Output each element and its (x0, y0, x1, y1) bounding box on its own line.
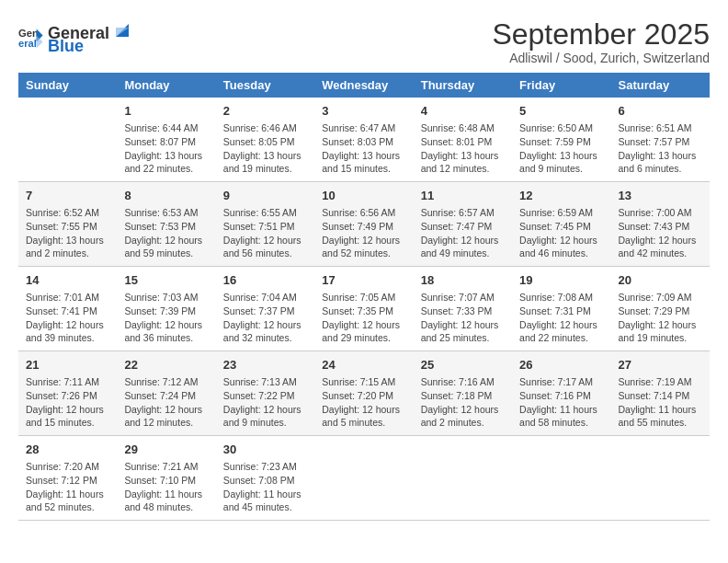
cell-week2-day3: 9Sunrise: 6:55 AMSunset: 7:51 PMDaylight… (216, 182, 314, 267)
cell-line: and 6 minutes. (619, 162, 702, 176)
cell-line: Sunrise: 7:01 AM (26, 291, 109, 304)
cell-week4-day6: 26Sunrise: 7:17 AMSunset: 7:16 PMDayligh… (512, 351, 610, 436)
week-row-2: 7Sunrise: 6:52 AMSunset: 7:55 PMDaylight… (18, 182, 710, 267)
cell-line: and 52 minutes. (26, 500, 109, 514)
cell-line: Sunset: 7:26 PM (26, 389, 109, 403)
cell-line: Sunrise: 7:19 AM (619, 375, 702, 389)
cell-week4-day5: 25Sunrise: 7:16 AMSunset: 7:18 PMDayligh… (414, 351, 512, 436)
cell-details: Sunrise: 6:55 AMSunset: 7:51 PMDaylight:… (223, 206, 307, 260)
cell-line: and 59 minutes. (124, 247, 208, 260)
day-number: 4 (421, 103, 505, 120)
cell-line: Daylight: 13 hours (421, 149, 505, 163)
cell-line: Sunset: 7:24 PM (124, 389, 208, 403)
cell-line: and 22 minutes. (124, 162, 208, 176)
cell-details: Sunrise: 7:13 AMSunset: 7:22 PMDaylight:… (223, 375, 307, 430)
cell-week3-day4: 17Sunrise: 7:05 AMSunset: 7:35 PMDayligh… (314, 267, 413, 351)
cell-line: Sunset: 7:18 PM (421, 389, 505, 403)
cell-line: Sunrise: 7:11 AM (26, 375, 109, 389)
cell-details: Sunrise: 7:21 AMSunset: 7:10 PMDaylight:… (124, 460, 208, 514)
day-number: 6 (619, 103, 702, 120)
cell-week5-day3: 30Sunrise: 7:23 AMSunset: 7:08 PMDayligh… (216, 435, 314, 520)
logo-text: General Blue (48, 18, 131, 55)
day-number: 24 (322, 357, 405, 373)
cell-week4-day7: 27Sunrise: 7:19 AMSunset: 7:14 PMDayligh… (611, 351, 710, 436)
cell-line: Sunrise: 7:05 AM (322, 291, 405, 304)
cell-line: Daylight: 12 hours (519, 318, 603, 332)
cell-line: Daylight: 12 hours (322, 234, 405, 247)
day-number: 30 (223, 442, 307, 458)
cell-line: Daylight: 12 hours (223, 403, 307, 417)
cell-line: and 5 minutes. (322, 416, 405, 430)
cell-line: Daylight: 12 hours (322, 403, 405, 417)
cell-details: Sunrise: 7:15 AMSunset: 7:20 PMDaylight:… (322, 375, 405, 430)
day-number: 1 (124, 103, 208, 120)
cell-line: Sunrise: 6:59 AM (519, 206, 603, 220)
header-saturday: Saturday (611, 73, 710, 98)
cell-line: and 2 minutes. (421, 416, 505, 430)
cell-line: Sunrise: 7:17 AM (519, 375, 603, 389)
day-number: 11 (421, 188, 505, 204)
cell-line: Sunrise: 6:52 AM (26, 206, 109, 220)
cell-line: Sunrise: 7:07 AM (421, 291, 505, 304)
cell-details: Sunrise: 7:12 AMSunset: 7:24 PMDaylight:… (124, 375, 208, 430)
cell-details: Sunrise: 7:23 AMSunset: 7:08 PMDaylight:… (223, 460, 307, 514)
cell-line: Sunrise: 7:12 AM (124, 375, 208, 389)
cell-details: Sunrise: 6:47 AMSunset: 8:03 PMDaylight:… (322, 121, 405, 176)
cell-details: Sunrise: 7:01 AMSunset: 7:41 PMDaylight:… (26, 291, 109, 345)
header-thursday: Thursday (414, 73, 512, 98)
cell-line: Sunset: 7:12 PM (26, 474, 109, 488)
day-number: 26 (519, 357, 603, 373)
cell-line: and 56 minutes. (223, 247, 307, 260)
cell-line: Sunset: 8:01 PM (421, 135, 505, 149)
cell-line: Sunrise: 6:55 AM (223, 206, 307, 220)
day-number: 7 (26, 188, 109, 204)
cell-line: Sunset: 7:53 PM (124, 220, 208, 234)
cell-line: Sunrise: 7:00 AM (619, 206, 702, 220)
week-row-3: 14Sunrise: 7:01 AMSunset: 7:41 PMDayligh… (18, 267, 710, 351)
cell-line: Daylight: 12 hours (421, 234, 505, 247)
cell-line: Sunrise: 6:46 AM (223, 121, 307, 135)
cell-line: and 55 minutes. (619, 416, 702, 430)
cell-line: Sunset: 7:35 PM (322, 304, 405, 318)
cell-line: Sunrise: 7:03 AM (124, 291, 208, 304)
cell-line: and 15 minutes. (322, 162, 405, 176)
cell-line: Sunset: 7:59 PM (519, 135, 603, 149)
cell-line: and 12 minutes. (421, 162, 505, 176)
day-number: 19 (519, 272, 603, 289)
cell-line: and 29 minutes. (322, 331, 405, 345)
cell-line: Daylight: 12 hours (619, 318, 702, 332)
cell-details: Sunrise: 7:19 AMSunset: 7:14 PMDaylight:… (619, 375, 702, 430)
cell-details: Sunrise: 7:05 AMSunset: 7:35 PMDaylight:… (322, 291, 405, 345)
cell-week1-day1 (18, 98, 117, 181)
cell-line: Daylight: 12 hours (124, 234, 208, 247)
calendar-header-row: SundayMondayTuesdayWednesdayThursdayFrid… (18, 73, 710, 98)
cell-details: Sunrise: 7:16 AMSunset: 7:18 PMDaylight:… (421, 375, 505, 430)
cell-week5-day7 (611, 435, 710, 520)
cell-line: Sunset: 7:49 PM (322, 220, 405, 234)
cell-line: and 12 minutes. (124, 416, 208, 430)
day-number: 29 (124, 442, 208, 458)
cell-line: and 2 minutes. (26, 247, 109, 260)
cell-details: Sunrise: 6:57 AMSunset: 7:47 PMDaylight:… (421, 206, 505, 260)
cell-line: and 25 minutes. (421, 331, 505, 345)
page-title: September 2025 (492, 18, 710, 51)
cell-line: and 36 minutes. (124, 331, 208, 345)
week-row-1: 1Sunrise: 6:44 AMSunset: 8:07 PMDaylight… (18, 98, 710, 181)
cell-week2-day6: 12Sunrise: 6:59 AMSunset: 7:45 PMDayligh… (512, 182, 610, 267)
cell-details: Sunrise: 6:48 AMSunset: 8:01 PMDaylight:… (421, 121, 505, 176)
cell-line: Daylight: 12 hours (619, 234, 702, 247)
cell-line: Daylight: 13 hours (322, 149, 405, 163)
day-number: 14 (26, 272, 109, 289)
cell-line: and 42 minutes. (619, 247, 702, 260)
cell-week4-day1: 21Sunrise: 7:11 AMSunset: 7:26 PMDayligh… (18, 351, 117, 436)
cell-line: Sunset: 7:45 PM (519, 220, 603, 234)
day-number: 15 (124, 272, 208, 289)
cell-week3-day3: 16Sunrise: 7:04 AMSunset: 7:37 PMDayligh… (216, 267, 314, 351)
cell-line: Daylight: 12 hours (421, 403, 505, 417)
cell-week4-day4: 24Sunrise: 7:15 AMSunset: 7:20 PMDayligh… (314, 351, 413, 436)
cell-line: Daylight: 12 hours (519, 234, 603, 247)
page-subtitle: Adliswil / Sood, Zurich, Switzerland (492, 51, 710, 65)
cell-week3-day5: 18Sunrise: 7:07 AMSunset: 7:33 PMDayligh… (414, 267, 512, 351)
cell-line: Daylight: 11 hours (26, 488, 109, 501)
logo-triangle-icon (110, 18, 131, 39)
